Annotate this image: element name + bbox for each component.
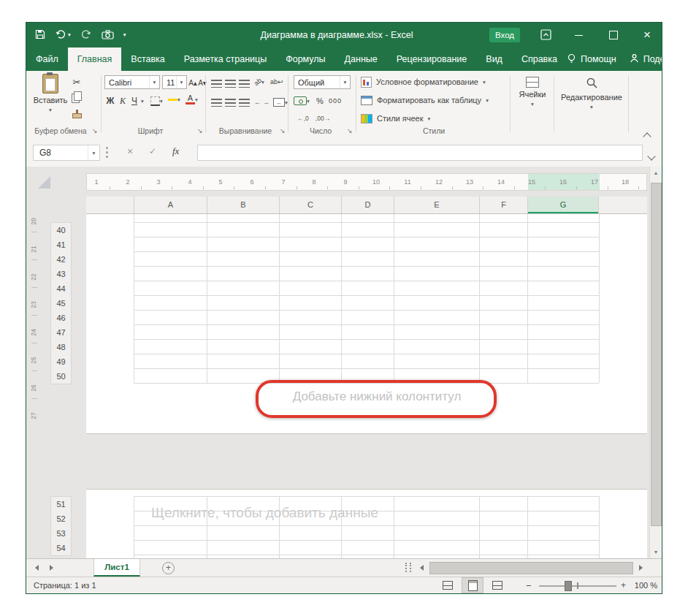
row-header[interactable]: 41 <box>50 237 72 253</box>
row-header[interactable]: 40 <box>50 222 72 238</box>
horizontal-scrollbar[interactable] <box>417 561 646 574</box>
percent-style-button[interactable]: % <box>316 94 324 107</box>
column-header-a[interactable]: A <box>134 197 207 213</box>
merge-center-button[interactable]: ↔▾ <box>273 96 288 109</box>
column-header-f[interactable]: F <box>479 197 527 213</box>
zoom-level[interactable]: 100 % <box>630 581 657 590</box>
row-header[interactable]: 50 <box>50 369 72 384</box>
undo-icon[interactable]: ▾ <box>55 29 71 39</box>
minimize-button[interactable] <box>567 23 590 47</box>
close-button[interactable]: × <box>635 23 659 47</box>
worksheet-view[interactable]: 1 2 3 4 5 6 7 8 9 10 11 12 13 14 15 16 1… <box>26 167 662 558</box>
cut-button[interactable]: ✂ <box>70 75 83 88</box>
align-middle-button[interactable] <box>225 77 236 90</box>
decrease-decimal-button[interactable]: ,00→ <box>314 112 332 125</box>
chart-placeholder[interactable]: Щелкните, чтобы добавить данные <box>135 505 394 521</box>
format-painter-button[interactable] <box>70 109 83 122</box>
borders-button[interactable]: ▾ <box>150 94 163 107</box>
tab-file[interactable]: Файл <box>26 47 68 71</box>
name-box-dropdown-icon[interactable]: ▾ <box>88 145 99 160</box>
page-break-view-button[interactable] <box>486 577 508 593</box>
tab-data[interactable]: Данные <box>335 47 387 71</box>
maximize-button[interactable] <box>602 23 625 47</box>
scroll-left-icon[interactable] <box>420 565 424 571</box>
underline-button[interactable]: Ч <box>129 94 139 107</box>
number-format-combo[interactable]: Общий▾ <box>294 75 351 89</box>
bold-button[interactable]: Ж <box>105 94 115 107</box>
italic-button[interactable]: К <box>118 94 128 107</box>
column-header-d[interactable]: D <box>341 197 394 213</box>
tab-insert[interactable]: Вставка <box>121 47 174 71</box>
tab-scrollbar-splitter[interactable] <box>405 563 411 572</box>
expand-formula-bar-icon[interactable] <box>649 149 654 162</box>
row-header[interactable]: 42 <box>50 252 72 267</box>
scroll-right-icon[interactable] <box>639 565 643 571</box>
cell-styles-button[interactable]: Стили ячеек▾ <box>361 112 508 125</box>
row-header[interactable]: 52 <box>50 512 72 527</box>
row-header[interactable]: 48 <box>50 340 72 355</box>
select-all-corner[interactable] <box>38 176 50 189</box>
vertical-scrollbar-thumb[interactable] <box>651 183 662 526</box>
zoom-out-button[interactable]: − <box>526 580 532 591</box>
decrease-indent-button[interactable]: ← <box>254 96 261 109</box>
number-dialog-launcher-icon[interactable]: ↘ <box>347 127 353 134</box>
grow-font-button[interactable]: А▴ <box>188 76 197 89</box>
increase-indent-button[interactable]: → <box>263 96 270 109</box>
font-name-combo[interactable]: Calibri▾ <box>104 75 160 89</box>
tab-view[interactable]: Вид <box>476 47 512 71</box>
cancel-icon[interactable]: × <box>127 145 133 157</box>
tab-review[interactable]: Рецензирование <box>387 47 477 71</box>
editing-button[interactable]: Редактирование▾ <box>557 77 627 110</box>
insert-function-icon[interactable]: fx <box>172 145 179 157</box>
prev-sheet-icon[interactable] <box>35 565 39 571</box>
underline-dropdown-icon[interactable]: ▾ <box>139 94 145 107</box>
row-header[interactable]: 54 <box>50 541 72 556</box>
redo-icon[interactable] <box>80 29 92 39</box>
comma-style-button[interactable]: 000 <box>327 94 343 107</box>
row-header[interactable]: 53 <box>50 526 72 541</box>
row-header[interactable]: 44 <box>50 281 72 297</box>
accounting-format-button[interactable]: ▾ <box>294 94 310 107</box>
customize-qat-icon[interactable]: ▾ <box>123 31 126 38</box>
next-sheet-icon[interactable] <box>50 565 53 571</box>
wrap-text-button[interactable]: ab↩ <box>270 75 283 88</box>
scroll-down-icon[interactable]: ▾ <box>650 549 662 555</box>
row-header[interactable]: 51 <box>50 496 72 512</box>
ribbon-display-options-icon[interactable] <box>540 29 551 43</box>
paste-button[interactable]: Вставить▾ <box>34 74 67 113</box>
enter-icon[interactable]: ✓ <box>149 146 156 156</box>
camera-icon[interactable] <box>102 30 114 39</box>
add-sheet-icon[interactable]: + <box>162 562 175 574</box>
row-header[interactable]: 46 <box>50 311 72 326</box>
column-header-b[interactable]: B <box>207 197 279 213</box>
column-header-c[interactable]: C <box>279 197 341 213</box>
row-header[interactable]: 47 <box>50 325 72 341</box>
save-icon[interactable] <box>35 29 45 39</box>
zoom-slider-thumb[interactable] <box>565 581 572 591</box>
share-button[interactable]: Поделиться <box>630 53 662 65</box>
font-size-combo[interactable]: 11▾ <box>162 75 187 89</box>
align-left-button[interactable] <box>211 96 222 109</box>
format-as-table-button[interactable]: Форматировать как таблицу▾ <box>361 94 508 107</box>
page-layout-view-button[interactable] <box>462 577 483 593</box>
font-color-button[interactable]: А▾ <box>186 93 198 106</box>
column-header-e[interactable]: E <box>394 197 479 213</box>
align-right-button[interactable] <box>239 96 250 109</box>
align-bottom-button[interactable] <box>239 77 250 90</box>
fill-color-button[interactable]: ▾ <box>168 93 180 106</box>
name-box[interactable]: G8▾ <box>33 145 100 161</box>
tab-home[interactable]: Главная <box>68 47 122 71</box>
conditional-formatting-button[interactable]: Условное форматирование▾ <box>361 75 508 88</box>
row-header[interactable]: 49 <box>50 354 72 370</box>
formula-bar-splitter[interactable] <box>106 147 108 149</box>
font-dialog-launcher-icon[interactable]: ↘ <box>197 127 203 134</box>
tab-formulas[interactable]: Формулы <box>276 47 335 71</box>
clipboard-dialog-launcher-icon[interactable]: ↘ <box>92 127 98 134</box>
tab-help[interactable]: Справка <box>512 47 567 71</box>
align-center-button[interactable] <box>225 96 236 109</box>
increase-decimal-button[interactable]: ←,0 <box>295 112 311 125</box>
align-top-button[interactable] <box>211 77 222 90</box>
vertical-scrollbar[interactable]: ▴ ▾ <box>649 167 662 558</box>
scroll-up-icon[interactable]: ▴ <box>650 170 662 176</box>
formula-input[interactable] <box>197 145 643 161</box>
